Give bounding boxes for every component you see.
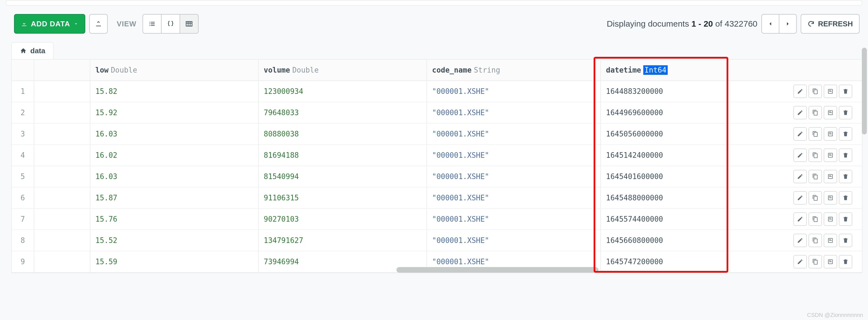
delete-button[interactable] <box>839 106 852 119</box>
edit-button[interactable] <box>794 170 807 183</box>
row-spacer <box>34 209 90 229</box>
cell-code-name[interactable]: "000001.XSHE" <box>427 166 601 187</box>
delete-button[interactable] <box>839 255 852 269</box>
copy-button[interactable] <box>808 234 822 247</box>
cell-volume[interactable]: 81540994 <box>259 166 427 187</box>
header-volume[interactable]: volumeDouble <box>259 60 427 80</box>
copy-button[interactable] <box>808 255 822 269</box>
clone-button[interactable] <box>824 84 837 98</box>
table-row[interactable]: 115.82123000934"000001.XSHE"164488320000… <box>12 81 862 102</box>
edit-button[interactable] <box>794 212 807 226</box>
table-row[interactable]: 215.9279648033"000001.XSHE"1644969600000 <box>12 102 862 123</box>
row-index: 3 <box>12 123 34 144</box>
prev-page-button[interactable] <box>762 14 779 34</box>
copy-button[interactable] <box>808 106 822 119</box>
cell-volume[interactable]: 80880038 <box>259 123 427 144</box>
edit-button[interactable] <box>794 127 807 141</box>
cell-code-name[interactable]: "000001.XSHE" <box>427 230 601 251</box>
copy-button[interactable] <box>808 191 822 205</box>
cell-volume[interactable]: 123000934 <box>259 81 427 102</box>
cell-low[interactable]: 16.02 <box>90 145 259 166</box>
copy-icon <box>812 152 818 158</box>
table-row[interactable]: 715.7690270103"000001.XSHE"1645574400000 <box>12 209 862 230</box>
cell-volume[interactable]: 134791627 <box>259 230 427 251</box>
table-row[interactable]: 416.0281694188"000001.XSHE"1645142400000 <box>12 145 862 166</box>
add-data-button[interactable]: ADD DATA <box>14 14 85 34</box>
import-button[interactable] <box>89 14 108 34</box>
cell-code-name[interactable]: "000001.XSHE" <box>427 209 601 229</box>
clone-button[interactable] <box>824 191 837 205</box>
copy-button[interactable] <box>808 127 822 141</box>
cell-low[interactable]: 16.03 <box>90 123 259 144</box>
copy-icon <box>812 237 818 244</box>
cell-code-name[interactable]: "000001.XSHE" <box>427 145 601 166</box>
clone-button[interactable] <box>824 212 837 226</box>
header-code-name[interactable]: code_nameString <box>427 60 601 80</box>
refresh-button[interactable]: REFRESH <box>801 14 860 34</box>
cell-datetime[interactable]: 1645142400000 <box>601 145 769 166</box>
edit-button[interactable] <box>794 234 807 247</box>
cell-datetime[interactable]: 1645056000000 <box>601 123 769 144</box>
table-row[interactable]: 316.0380880038"000001.XSHE"1645056000000 <box>12 123 862 145</box>
edit-button[interactable] <box>794 255 807 269</box>
clone-button[interactable] <box>824 148 837 162</box>
delete-button[interactable] <box>839 127 852 141</box>
delete-button[interactable] <box>839 148 852 162</box>
cell-code-name[interactable]: "000001.XSHE" <box>427 81 601 102</box>
view-list-button[interactable] <box>143 14 162 34</box>
view-table-button[interactable] <box>180 14 198 34</box>
copy-button[interactable] <box>808 170 822 183</box>
copy-button[interactable] <box>808 84 822 98</box>
delete-button[interactable] <box>839 191 852 205</box>
cell-low[interactable]: 15.76 <box>90 209 259 229</box>
cell-volume[interactable]: 81694188 <box>259 145 427 166</box>
copy-button[interactable] <box>808 148 822 162</box>
cell-datetime[interactable]: 1645401600000 <box>601 166 769 187</box>
table-row[interactable]: 615.8791106315"000001.XSHE"1645488000000 <box>12 187 862 209</box>
cell-volume[interactable]: 91106315 <box>259 187 427 208</box>
delete-button[interactable] <box>839 170 852 183</box>
cell-low[interactable]: 16.03 <box>90 166 259 187</box>
delete-button[interactable] <box>839 234 852 247</box>
vertical-scrollbar[interactable] <box>862 48 867 135</box>
edit-button[interactable] <box>794 106 807 119</box>
edit-button[interactable] <box>794 84 807 98</box>
edit-icon <box>797 259 803 265</box>
next-page-button[interactable] <box>779 14 797 34</box>
delete-button[interactable] <box>839 84 852 98</box>
horizontal-scrollbar[interactable] <box>396 267 598 273</box>
clone-button[interactable] <box>824 255 837 269</box>
cell-datetime[interactable]: 1645488000000 <box>601 187 769 208</box>
cell-low[interactable]: 15.52 <box>90 230 259 251</box>
cell-code-name[interactable]: "000001.XSHE" <box>427 102 601 123</box>
cell-datetime[interactable]: 1645660800000 <box>601 230 769 251</box>
copy-button[interactable] <box>808 212 822 226</box>
cell-code-name[interactable]: "000001.XSHE" <box>427 187 601 208</box>
header-low[interactable]: lowDouble <box>90 60 259 80</box>
tab-data[interactable]: data <box>11 42 54 59</box>
cell-volume[interactable]: 90270103 <box>259 209 427 229</box>
delete-button[interactable] <box>839 212 852 226</box>
clone-button[interactable] <box>824 234 837 247</box>
cell-low[interactable]: 15.87 <box>90 187 259 208</box>
table-row[interactable]: 815.52134791627"000001.XSHE"164566080000… <box>12 230 862 251</box>
delete-icon <box>842 131 849 137</box>
header-datetime[interactable]: datetimeInt64 <box>601 60 769 80</box>
row-actions <box>792 233 854 248</box>
cell-low[interactable]: 15.59 <box>90 251 259 272</box>
cell-datetime[interactable]: 1645747200000 <box>601 251 769 272</box>
cell-datetime[interactable]: 1645574400000 <box>601 209 769 229</box>
view-json-button[interactable] <box>161 14 180 34</box>
cell-datetime[interactable]: 1644883200000 <box>601 81 769 102</box>
cell-code-name[interactable]: "000001.XSHE" <box>427 123 601 144</box>
clone-button[interactable] <box>824 127 837 141</box>
cell-low[interactable]: 15.82 <box>90 81 259 102</box>
cell-volume[interactable]: 79648033 <box>259 102 427 123</box>
table-row[interactable]: 516.0381540994"000001.XSHE"1645401600000 <box>12 166 862 187</box>
clone-button[interactable] <box>824 106 837 119</box>
cell-low[interactable]: 15.92 <box>90 102 259 123</box>
edit-button[interactable] <box>794 148 807 162</box>
edit-button[interactable] <box>794 191 807 205</box>
clone-button[interactable] <box>824 170 837 183</box>
cell-datetime[interactable]: 1644969600000 <box>601 102 769 123</box>
